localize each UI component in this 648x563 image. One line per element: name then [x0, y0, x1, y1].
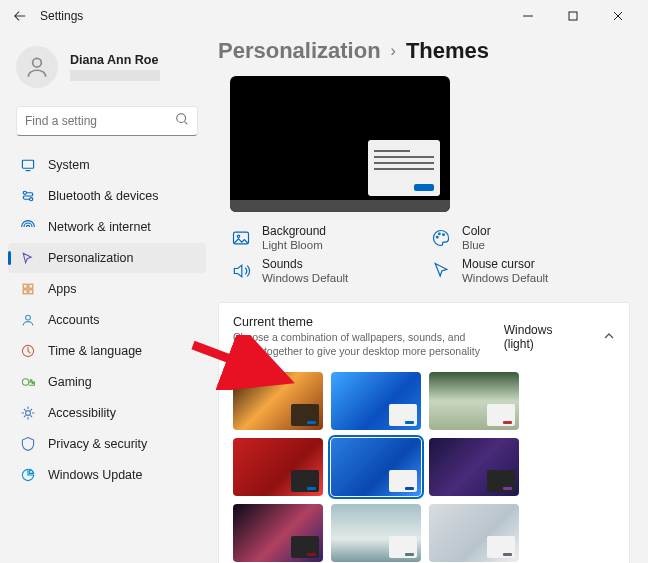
sidebar-item-windows-update[interactable]: Windows Update	[8, 460, 206, 490]
sidebar-item-time-language[interactable]: Time & language	[8, 336, 206, 366]
app-title: Settings	[40, 9, 83, 23]
theme-thumbnail[interactable]	[331, 438, 421, 496]
sidebar: Diana Ann Roe SystemBluetooth & devicesN…	[0, 32, 210, 563]
svg-point-10	[26, 315, 31, 320]
nav-icon	[20, 374, 36, 390]
nav-label: Privacy & security	[48, 437, 147, 451]
chevron-right-icon: ›	[391, 42, 396, 60]
theme-thumbnail[interactable]	[429, 504, 519, 562]
breadcrumb-current: Themes	[406, 38, 489, 64]
nav-label: Bluetooth & devices	[48, 189, 159, 203]
card-title: Current theme	[233, 315, 490, 329]
profile-name: Diana Ann Roe	[70, 53, 160, 67]
opt-background[interactable]: BackgroundLight Bloom	[230, 224, 400, 251]
theme-thumbnail[interactable]	[331, 504, 421, 562]
preview-window	[368, 140, 440, 196]
nav-icon	[20, 281, 36, 297]
titlebar: Settings	[0, 0, 648, 32]
svg-rect-9	[29, 290, 33, 294]
svg-point-12	[22, 379, 28, 385]
nav-label: Personalization	[48, 251, 133, 265]
search-icon	[175, 112, 189, 130]
sidebar-item-network-internet[interactable]: Network & internet	[8, 212, 206, 242]
nav-icon	[20, 312, 36, 328]
nav-label: Apps	[48, 282, 77, 296]
nav-icon	[20, 157, 36, 173]
sidebar-item-personalization[interactable]: Personalization	[8, 243, 206, 273]
opt-cursor[interactable]: Mouse cursorWindows Default	[430, 257, 600, 284]
back-button[interactable]	[8, 9, 32, 23]
card-header[interactable]: Current theme Choose a combination of wa…	[233, 315, 615, 358]
svg-rect-0	[569, 12, 577, 20]
svg-rect-3	[22, 160, 33, 168]
nav-label: Time & language	[48, 344, 142, 358]
close-button[interactable]	[595, 0, 640, 32]
svg-point-18	[436, 236, 438, 238]
sidebar-item-accounts[interactable]: Accounts	[8, 305, 206, 335]
profile-sub	[70, 70, 160, 81]
theme-thumbnail[interactable]	[233, 372, 323, 430]
theme-preview	[230, 76, 450, 212]
svg-point-2	[177, 114, 186, 123]
theme-thumbnail[interactable]	[233, 504, 323, 562]
svg-rect-8	[23, 290, 27, 294]
theme-thumbnail[interactable]	[429, 372, 519, 430]
svg-rect-6	[23, 284, 27, 288]
svg-point-13	[30, 380, 32, 382]
nav-label: Network & internet	[48, 220, 151, 234]
opt-color[interactable]: ColorBlue	[430, 224, 600, 251]
minimize-button[interactable]	[505, 0, 550, 32]
search-field[interactable]	[25, 114, 175, 128]
card-desc: Choose a combination of wallpapers, soun…	[233, 331, 490, 358]
current-theme-card: Current theme Choose a combination of wa…	[218, 302, 630, 563]
nav-label: Accounts	[48, 313, 99, 327]
nav-icon	[20, 219, 36, 235]
nav-icon	[20, 343, 36, 359]
svg-point-19	[439, 233, 441, 235]
svg-point-20	[443, 233, 445, 235]
breadcrumb: Personalization › Themes	[218, 38, 630, 64]
profile[interactable]: Diana Ann Roe	[8, 40, 206, 102]
avatar-icon	[16, 46, 58, 88]
nav-icon	[20, 436, 36, 452]
nav-label: Windows Update	[48, 468, 143, 482]
theme-grid	[233, 372, 615, 562]
search-input[interactable]	[16, 106, 198, 136]
cursor-icon	[430, 260, 452, 282]
chevron-up-icon	[603, 328, 615, 346]
nav-label: Gaming	[48, 375, 92, 389]
nav-icon	[20, 405, 36, 421]
nav-icon	[20, 467, 36, 483]
theme-thumbnail[interactable]	[429, 438, 519, 496]
svg-rect-7	[29, 284, 33, 288]
nav-icon	[20, 250, 36, 266]
content: Personalization › Themes BackgroundLight…	[210, 32, 648, 563]
svg-point-15	[26, 411, 31, 416]
nav-list: SystemBluetooth & devicesNetwork & inter…	[8, 150, 206, 490]
palette-icon	[430, 227, 452, 249]
svg-point-1	[33, 58, 42, 67]
svg-point-5	[30, 198, 33, 201]
nav-label: System	[48, 158, 90, 172]
svg-point-4	[23, 191, 26, 194]
opt-sounds[interactable]: SoundsWindows Default	[230, 257, 400, 284]
maximize-button[interactable]	[550, 0, 595, 32]
theme-thumbnail[interactable]	[233, 438, 323, 496]
sidebar-item-apps[interactable]: Apps	[8, 274, 206, 304]
svg-point-17	[237, 235, 240, 238]
image-icon	[230, 227, 252, 249]
sidebar-item-gaming[interactable]: Gaming	[8, 367, 206, 397]
theme-thumbnail[interactable]	[331, 372, 421, 430]
nav-label: Accessibility	[48, 406, 116, 420]
sidebar-item-privacy-security[interactable]: Privacy & security	[8, 429, 206, 459]
card-value: Windows (light)	[504, 323, 579, 351]
nav-icon	[20, 188, 36, 204]
breadcrumb-parent[interactable]: Personalization	[218, 38, 381, 64]
sidebar-item-system[interactable]: System	[8, 150, 206, 180]
sound-icon	[230, 260, 252, 282]
sidebar-item-accessibility[interactable]: Accessibility	[8, 398, 206, 428]
sidebar-item-bluetooth-devices[interactable]: Bluetooth & devices	[8, 181, 206, 211]
